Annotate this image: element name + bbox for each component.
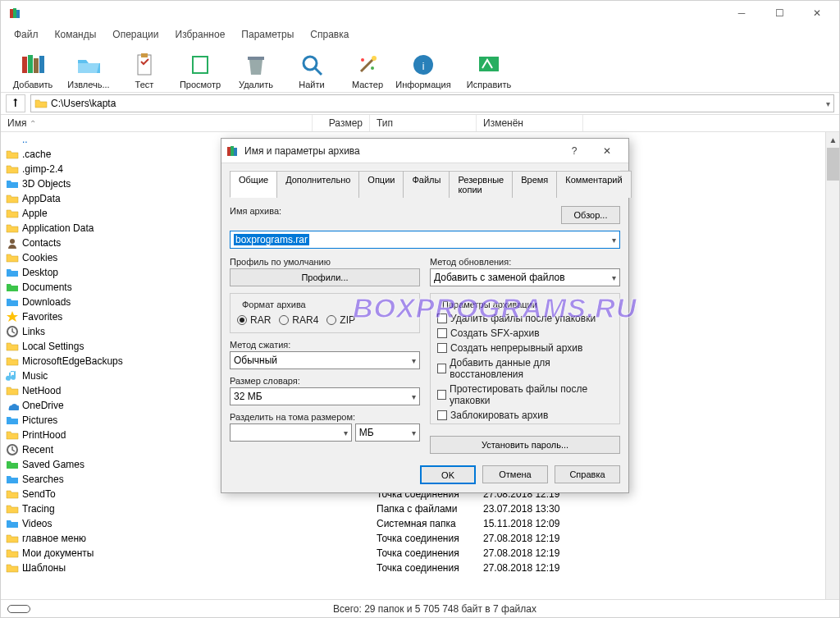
radio-zip[interactable]: ZIP [326, 314, 355, 326]
file-icon [6, 133, 19, 146]
column-name[interactable]: Имя⌃ [1, 115, 313, 131]
list-item[interactable]: VideosСистемная папка15.11.2018 12:09 [1, 516, 839, 531]
file-icon [6, 222, 19, 235]
tab-5[interactable]: Время [512, 171, 557, 198]
toolbar-search[interactable]: Найти [285, 45, 339, 91]
toolbar-repair[interactable]: Исправить [462, 45, 516, 91]
app-icon [226, 144, 240, 158]
tab-3[interactable]: Файлы [403, 171, 450, 198]
address-text: C:\Users\kapta [51, 98, 116, 109]
toolbar-book[interactable]: Просмотр [173, 45, 227, 91]
browse-button[interactable]: Обзор... [561, 206, 620, 224]
dialog-titlebar: Имя и параметры архива ? ✕ [221, 139, 628, 163]
tab-1[interactable]: Дополнительно [276, 171, 359, 198]
file-icon [6, 443, 19, 456]
address-bar: 🠕 C:\Users\kapta ▾ [1, 93, 839, 114]
chevron-down-icon: ▾ [612, 273, 616, 282]
archive-params-group: Параметры архивации Удалить файлы после … [430, 293, 620, 424]
file-icon [6, 428, 19, 442]
titlebar: ─ ☐ ✕ [1, 1, 839, 25]
maximize-button[interactable]: ☐ [760, 1, 798, 25]
toolbar-wand[interactable]: Мастер [340, 45, 395, 91]
update-method-select[interactable]: Добавить с заменой файлов▾ [430, 268, 620, 286]
address-field[interactable]: C:\Users\kapta ▾ [30, 94, 834, 112]
radio-icon [279, 315, 289, 325]
tab-4[interactable]: Резервные копии [449, 171, 513, 198]
checkbox-3[interactable]: Добавить данные для восстановления [437, 357, 613, 380]
list-item[interactable]: Мои документыТочка соединения27.08.2018 … [1, 546, 839, 561]
radio-rar4[interactable]: RAR4 [279, 314, 318, 326]
split-unit-select[interactable]: МБ▾ [355, 423, 420, 442]
chevron-down-icon: ▾ [344, 428, 348, 437]
ok-button[interactable]: OK [420, 465, 476, 484]
close-button[interactable]: ✕ [798, 1, 836, 25]
scroll-thumb[interactable] [827, 148, 839, 181]
checkbox-icon [437, 390, 446, 400]
checkbox-1[interactable]: Создать SFX-архив [437, 327, 613, 339]
file-icon [6, 266, 19, 279]
trash-icon [243, 52, 269, 78]
menu-справка[interactable]: Справка [302, 27, 357, 42]
menu-команды[interactable]: Команды [47, 27, 105, 42]
clipboard-icon [131, 52, 158, 78]
vertical-scrollbar[interactable]: ▲ [825, 132, 839, 599]
search-icon [299, 52, 325, 78]
toolbar-info[interactable]: iИнформация [396, 45, 450, 91]
checkbox-icon [437, 314, 447, 323]
list-item[interactable]: TracingПапка с файлами23.07.2018 13:30 [1, 501, 839, 516]
file-icon [6, 310, 19, 323]
checkbox-0[interactable]: Удалить файлы после упаковки [437, 313, 613, 324]
password-button[interactable]: Установить пароль... [430, 436, 620, 454]
list-item[interactable]: ШаблоныТочка соединения27.08.2018 12:19 [1, 561, 839, 575]
folder-icon [34, 97, 48, 110]
close-icon[interactable]: ✕ [591, 140, 623, 163]
menubar: ФайлКомандыОперацииИзбранноеПараметрыСпр… [1, 25, 839, 43]
svg-rect-4 [28, 55, 33, 73]
radio-rar[interactable]: RAR [237, 314, 271, 326]
checkbox-2[interactable]: Создать непрерывный архив [437, 342, 613, 354]
checkbox-4[interactable]: Протестировать файлы после упаковки [437, 383, 613, 406]
repair-icon [476, 52, 502, 78]
cancel-button[interactable]: Отмена [482, 465, 548, 483]
compression-select[interactable]: Обычный▾ [230, 351, 420, 369]
list-item[interactable]: главное менюТочка соединения27.08.2018 1… [1, 531, 839, 546]
scroll-up-icon[interactable]: ▲ [827, 133, 839, 147]
menu-файл[interactable]: Файл [6, 27, 47, 42]
column-modified[interactable]: Изменён [477, 115, 583, 131]
toolbar-trash[interactable]: Удалить [229, 45, 283, 91]
svg-rect-24 [227, 147, 231, 156]
help-button[interactable]: Справка [555, 465, 620, 483]
svg-point-12 [304, 57, 317, 70]
split-size-input[interactable]: ▾ [230, 423, 352, 442]
svg-point-15 [372, 56, 377, 61]
column-size[interactable]: Размер [313, 115, 370, 131]
checkbox-icon [437, 364, 446, 373]
checkbox-5[interactable]: Заблокировать архив [437, 410, 613, 421]
dialog-tabs: ОбщиеДополнительноОпцииФайлыРезервные ко… [230, 170, 620, 198]
archive-name-input[interactable]: boxprograms.rar ▾ [230, 231, 620, 249]
menu-избранное[interactable]: Избранное [167, 27, 234, 42]
profiles-button[interactable]: Профили... [230, 268, 420, 286]
file-icon [6, 251, 19, 264]
toolbar-folder-open[interactable]: Извлечь... [62, 45, 116, 91]
tab-0[interactable]: Общие [230, 171, 277, 198]
dictionary-select[interactable]: 32 МБ▾ [230, 387, 420, 405]
chevron-down-icon: ▾ [412, 392, 416, 401]
toolbar: ДобавитьИзвлечь...ТестПросмотрУдалитьНай… [1, 43, 839, 93]
file-icon [6, 355, 19, 368]
app-icon [9, 7, 22, 20]
help-icon[interactable]: ? [558, 140, 591, 163]
statusbar: Всего: 29 папок и 5 705 748 байт в 7 фай… [1, 599, 839, 617]
column-type[interactable]: Тип [370, 115, 477, 131]
menu-параметры[interactable]: Параметры [233, 27, 302, 42]
archive-format-group: Формат архива RARRAR4ZIP [230, 293, 420, 333]
toolbar-clipboard[interactable]: Тест [117, 45, 171, 91]
svg-rect-25 [231, 146, 234, 156]
file-icon [6, 325, 19, 338]
up-button[interactable]: 🠕 [6, 94, 25, 112]
minimize-button[interactable]: ─ [723, 1, 760, 25]
menu-операции[interactable]: Операции [104, 27, 167, 42]
tab-2[interactable]: Опции [358, 171, 404, 198]
toolbar-books[interactable]: Добавить [6, 45, 60, 91]
tab-6[interactable]: Комментарий [556, 171, 631, 198]
